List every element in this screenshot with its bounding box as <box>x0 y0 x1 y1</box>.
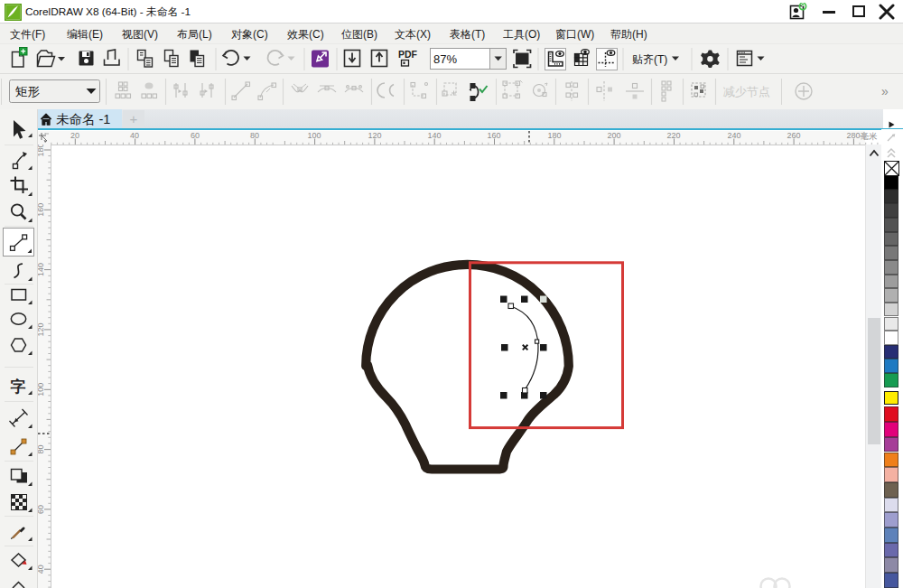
svg-text:PDF: PDF <box>398 49 418 60</box>
svg-text:贴齐(T): 贴齐(T) <box>632 53 667 66</box>
svg-text:280: 280 <box>846 131 860 140</box>
svg-text:100: 100 <box>38 383 45 397</box>
svg-text:60: 60 <box>38 505 45 514</box>
svg-text:80: 80 <box>250 131 259 140</box>
svg-text:40: 40 <box>130 131 139 140</box>
svg-text:减少节点: 减少节点 <box>723 85 770 98</box>
svg-text:260: 260 <box>787 131 800 140</box>
svg-text:40: 40 <box>38 565 45 574</box>
svg-text:120: 120 <box>38 322 45 336</box>
svg-text:240: 240 <box>727 131 740 140</box>
svg-text:字: 字 <box>11 378 26 396</box>
svg-text:180: 180 <box>38 145 45 157</box>
svg-text:120: 120 <box>368 131 381 140</box>
svg-text:20: 20 <box>70 131 79 140</box>
svg-text:220: 220 <box>666 131 680 140</box>
svg-text:»: » <box>881 84 889 98</box>
svg-text:160: 160 <box>38 203 45 217</box>
svg-text:200: 200 <box>607 131 620 140</box>
svg-text:100: 100 <box>307 131 321 140</box>
svg-text:160: 160 <box>487 131 500 140</box>
svg-text:矩形: 矩形 <box>15 85 41 98</box>
svg-text:140: 140 <box>427 131 441 140</box>
svg-text:140: 140 <box>38 263 45 276</box>
svg-text:180: 180 <box>547 131 561 140</box>
svg-text:87%: 87% <box>433 52 457 66</box>
svg-text:60: 60 <box>191 131 200 140</box>
svg-text:毫米: 毫米 <box>861 131 879 141</box>
svg-text:80: 80 <box>38 445 45 454</box>
